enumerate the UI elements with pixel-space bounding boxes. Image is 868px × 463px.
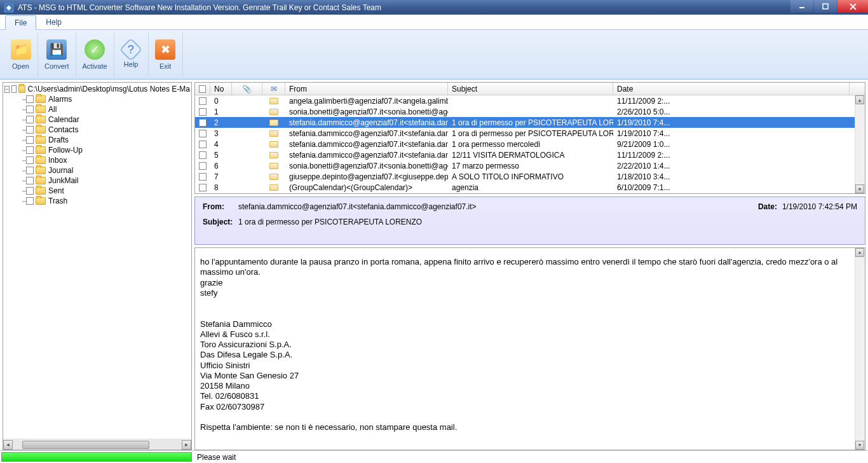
tree-item[interactable]: ⋯Sent	[4, 186, 190, 196]
tree-item-label: JunkMail	[48, 176, 78, 185]
tree-checkbox[interactable]	[11, 85, 17, 93]
scroll-thumb[interactable]	[22, 441, 149, 449]
tree-checkbox[interactable]	[26, 167, 34, 174]
tree-item[interactable]: ⋯All	[4, 104, 190, 114]
tree-root[interactable]: − C:\Users\admin\Desktop\msg\Lotus Notes…	[4, 84, 190, 94]
open-button[interactable]: 📁 Open	[4, 32, 38, 76]
app-icon: ◆	[4, 3, 14, 13]
col-subject[interactable]: Subject	[448, 83, 613, 95]
row-checkbox[interactable]	[199, 162, 207, 170]
tree-item[interactable]: ⋯Alarms	[4, 94, 190, 104]
tree-checkbox[interactable]	[26, 156, 34, 164]
tree-item[interactable]: ⋯Calendar	[4, 114, 190, 125]
table-row[interactable]: 1sonia.bonetti@agenziaf07.it<sonia.bonet…	[195, 106, 865, 117]
row-checkbox[interactable]	[199, 184, 207, 191]
cell-checkbox	[195, 117, 210, 128]
tree-checkbox[interactable]	[26, 116, 34, 123]
envelope-icon	[269, 174, 278, 180]
menu-help[interactable]: Help	[36, 15, 71, 29]
cell-from: (GroupCalendar)<(GroupCalendar)>	[285, 182, 448, 193]
row-checkbox[interactable]	[199, 130, 207, 137]
list-body: 0angela.galimberti@agenziaf07.it<angela.…	[195, 95, 865, 193]
row-checkbox[interactable]	[199, 141, 207, 148]
from-value: stefania.dammicco@agenziaf07.it<stefania…	[238, 202, 477, 211]
row-checkbox[interactable]	[199, 119, 207, 127]
close-button[interactable]	[837, 0, 868, 13]
col-checkbox[interactable]	[195, 83, 210, 95]
date-value: 1/19/2010 7:42:54 PM	[782, 202, 857, 211]
folder-icon	[36, 106, 46, 113]
cell-envelope	[262, 182, 285, 193]
ribbon-toolbar: 📁 Open 💾 Convert ✓ Activate ? Help ✖ Exi…	[0, 30, 868, 79]
activate-button[interactable]: ✓ Activate	[76, 32, 114, 76]
col-from[interactable]: From	[285, 83, 448, 95]
tree-item[interactable]: ⋯Drafts	[4, 135, 190, 145]
table-row[interactable]: 2stefania.dammicco@agenziaf07.it<stefani…	[195, 117, 865, 128]
subject-label: Subject:	[203, 218, 238, 226]
col-envelope[interactable]: ✉	[262, 83, 285, 95]
tree-checkbox[interactable]	[26, 187, 34, 195]
status-text: Please wait	[197, 453, 236, 462]
cell-from: sonia.bonetti@agenziaf07.it<sonia.bonett…	[285, 160, 448, 171]
cell-no: 4	[210, 139, 232, 149]
tree-hscrollbar[interactable]: ◄ ►	[3, 439, 191, 450]
exit-button[interactable]: ✖ Exit	[149, 32, 183, 76]
table-row[interactable]: 5stefania.dammicco@agenziaf07.it<stefani…	[195, 149, 865, 160]
menu-file[interactable]: File	[5, 15, 36, 30]
tree-item[interactable]: ⋯Trash	[4, 196, 190, 206]
row-checkbox[interactable]	[199, 173, 207, 181]
disk-icon: 💾	[46, 39, 67, 60]
scroll-right-icon[interactable]: ►	[182, 440, 191, 450]
collapse-icon[interactable]: −	[4, 86, 10, 93]
row-checkbox[interactable]	[199, 108, 207, 116]
folder-tree[interactable]: − C:\Users\admin\Desktop\msg\Lotus Notes…	[3, 83, 191, 439]
tree-item[interactable]: ⋯Contacts	[4, 125, 190, 135]
row-checkbox[interactable]	[199, 97, 207, 105]
cell-no: 3	[210, 128, 232, 139]
cell-no: 5	[210, 149, 232, 160]
tree-checkbox[interactable]	[26, 136, 34, 144]
tree-checkbox[interactable]	[26, 95, 34, 103]
folder-icon	[36, 95, 46, 103]
tree-item[interactable]: ⋯Journal	[4, 165, 190, 176]
tree-item[interactable]: ⋯JunkMail	[4, 176, 190, 186]
tree-checkbox[interactable]	[26, 146, 34, 154]
body-vscrollbar[interactable]: ▲ ▼	[855, 248, 865, 450]
maximize-button[interactable]	[814, 0, 837, 13]
col-attachment[interactable]: 📎	[232, 83, 262, 95]
cell-envelope	[262, 128, 285, 139]
scroll-down-icon[interactable]: ▼	[855, 184, 864, 193]
tree-checkbox[interactable]	[26, 106, 34, 113]
convert-button[interactable]: 💾 Convert	[38, 32, 76, 76]
tree-item[interactable]: ⋯Inbox	[4, 155, 190, 165]
scroll-up-icon[interactable]: ▲	[855, 95, 864, 104]
scroll-up-icon[interactable]: ▲	[855, 248, 864, 257]
tree-checkbox[interactable]	[26, 177, 34, 184]
tree-checkbox[interactable]	[26, 197, 34, 205]
envelope-icon	[269, 163, 278, 169]
col-no[interactable]: No	[210, 83, 232, 95]
cell-from: stefania.dammicco@agenziaf07.it<stefania…	[285, 149, 448, 160]
minimize-button[interactable]	[790, 0, 813, 13]
table-row[interactable]: 3stefania.dammicco@agenziaf07.it<stefani…	[195, 128, 865, 139]
table-row[interactable]: 6sonia.bonetti@agenziaf07.it<sonia.bonet…	[195, 160, 865, 171]
folder-icon	[36, 187, 46, 195]
cell-attachment	[232, 139, 262, 149]
scroll-down-icon[interactable]: ▼	[855, 441, 864, 450]
table-row[interactable]: 8(GroupCalendar)<(GroupCalendar)>agenzia…	[195, 182, 865, 193]
cell-envelope	[262, 171, 285, 182]
list-vscrollbar[interactable]: ▲ ▼	[855, 95, 865, 193]
help-button[interactable]: ? Help	[114, 32, 149, 76]
tree-checkbox[interactable]	[26, 126, 34, 134]
tree-item[interactable]: ⋯Follow-Up	[4, 145, 190, 155]
envelope-icon	[269, 98, 278, 104]
cell-checkbox	[195, 106, 210, 117]
col-date[interactable]: Date	[613, 83, 850, 95]
row-checkbox[interactable]	[199, 151, 207, 159]
table-row[interactable]: 0angela.galimberti@agenziaf07.it<angela.…	[195, 95, 865, 106]
table-row[interactable]: 7giuseppe.depinto@agenziaf07.it<giuseppe…	[195, 171, 865, 182]
folder-icon	[36, 177, 46, 184]
scroll-left-icon[interactable]: ◄	[3, 440, 13, 450]
table-row[interactable]: 4stefania.dammicco@agenziaf07.it<stefani…	[195, 139, 865, 149]
message-body-pane[interactable]: ho l'appuntamento durante la pausa pranz…	[194, 247, 865, 450]
